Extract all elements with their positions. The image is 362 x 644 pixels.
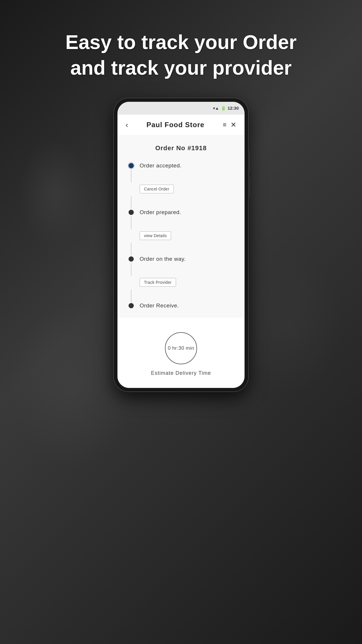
timeline-item-onway: Order on the way. Track Provider xyxy=(129,256,236,302)
timeline-row-4: Order Receive. xyxy=(129,302,236,309)
timeline-label-1: Order accepted. xyxy=(140,162,182,169)
track-provider-button[interactable]: Track Provider xyxy=(140,278,176,287)
timeline-action-2: view Details xyxy=(140,231,236,240)
delivery-time: 0 hr:30 min xyxy=(168,345,194,351)
timeline-row-1: Order accepted. xyxy=(129,162,236,169)
timeline-row-3: Order on the way. xyxy=(129,256,236,262)
phone-screen: ▾▲ 🔋 12:30 ‹ Paul Food Store ≡ ✕ Order N… xyxy=(117,102,245,388)
timeline-item-receive: Order Receive. xyxy=(129,302,236,309)
back-button[interactable]: ‹ xyxy=(126,120,128,130)
status-icons: ▾▲ 🔋 12:30 xyxy=(213,106,239,111)
cancel-order-button[interactable]: Cancel Order xyxy=(140,185,174,193)
timeline-row-2: Order prepared. xyxy=(129,209,236,216)
timeline-dot-2 xyxy=(129,210,134,215)
timeline-connector-3b xyxy=(131,290,131,302)
timeline-label-2: Order prepared. xyxy=(140,209,181,216)
timeline-dot-3 xyxy=(129,256,134,262)
timeline-connector-1 xyxy=(131,169,131,182)
delivery-label: Estimate Delivery Time xyxy=(151,370,211,376)
hero-title: Easy to track your Order and track your … xyxy=(42,29,320,81)
status-time: 12:30 xyxy=(228,106,239,111)
phone-mockup: ▾▲ 🔋 12:30 ‹ Paul Food Store ≡ ✕ Order N… xyxy=(114,98,248,391)
timeline-connector-2 xyxy=(131,216,131,229)
timeline-action-3: Track Provider xyxy=(140,278,236,287)
app-header: ‹ Paul Food Store ≡ ✕ xyxy=(117,115,245,136)
close-icon[interactable]: ✕ xyxy=(231,121,236,129)
timeline-connector-3 xyxy=(131,263,131,276)
delivery-section: 0 hr:30 min Estimate Delivery Time xyxy=(117,318,245,388)
timeline-item-accepted: Order accepted. Cancel Order xyxy=(129,162,236,209)
order-body: Order No #1918 Order accepted. Cancel Or… xyxy=(117,136,245,318)
timeline-dot-1 xyxy=(129,163,134,168)
timeline: Order accepted. Cancel Order Order prepa… xyxy=(126,162,236,309)
timeline-item-prepared: Order prepared. view Details xyxy=(129,209,236,256)
status-bar: ▾▲ 🔋 12:30 xyxy=(117,102,245,115)
timeline-action-1: Cancel Order xyxy=(140,185,236,193)
order-number: Order No #1918 xyxy=(126,144,236,152)
page-content: Easy to track your Order and track your … xyxy=(0,0,362,644)
view-details-button[interactable]: view Details xyxy=(140,231,171,240)
wifi-icon: ▾▲ xyxy=(213,106,219,111)
delivery-circle: 0 hr:30 min xyxy=(165,332,197,364)
menu-icon[interactable]: ≡ xyxy=(223,121,226,129)
header-icons: ≡ ✕ xyxy=(223,121,236,129)
timeline-connector-1b xyxy=(131,196,131,209)
timeline-dot-4 xyxy=(129,303,134,308)
timeline-label-3: Order on the way. xyxy=(140,256,186,262)
timeline-connector-2b xyxy=(131,243,131,256)
store-title: Paul Food Store xyxy=(146,121,204,129)
battery-icon: 🔋 xyxy=(221,106,226,111)
timeline-label-4: Order Receive. xyxy=(140,302,179,309)
